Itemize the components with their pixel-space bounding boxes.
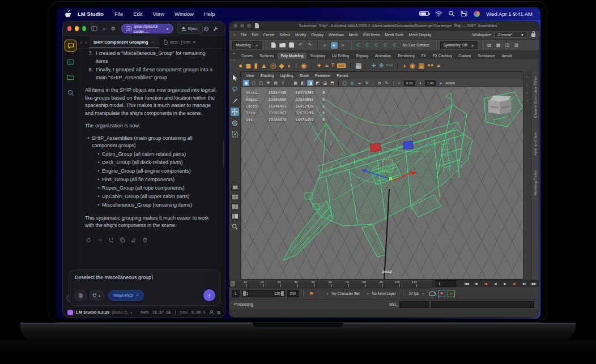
exposure-field[interactable]: 0.00 xyxy=(404,80,415,86)
delete-icon[interactable] xyxy=(142,237,148,243)
2d-pan-icon[interactable]: ✛ xyxy=(280,80,286,86)
app-switcher-icon[interactable] xyxy=(474,11,480,17)
tab-close-icon[interactable]: × xyxy=(193,40,195,45)
maya-menu-edit-mesh[interactable]: Edit Mesh xyxy=(363,33,380,37)
step-back-key-button[interactable]: |◀ xyxy=(481,280,490,287)
anim-layer-selector[interactable]: ▼No Anim Layer xyxy=(364,292,398,296)
camera-attrs-icon[interactable]: ◫ xyxy=(258,80,264,86)
zoom-button[interactable] xyxy=(247,24,251,28)
maya-menu-modify[interactable]: Modify xyxy=(295,33,306,37)
shelf-tab-poly-modeling[interactable]: Poly Modeling xyxy=(278,53,306,59)
menu-view[interactable]: View xyxy=(153,11,164,17)
construction-history-icon[interactable]: ▤ xyxy=(486,42,493,49)
panel-menu-shading[interactable]: Shading xyxy=(260,74,274,78)
bookmark-icon[interactable]: ⚑ xyxy=(265,80,271,86)
textured-mode-icon[interactable]: ◨ xyxy=(307,80,313,86)
new-chat-icon[interactable]: ＋ xyxy=(100,24,108,33)
mcp-chip-maya[interactable]: maya-mcp× xyxy=(108,290,144,301)
anim-start-field[interactable]: 1 xyxy=(232,290,240,297)
character-set-selector[interactable]: ▼No Character Set xyxy=(323,292,361,296)
wrench-icon[interactable] xyxy=(212,24,219,33)
edit-icon[interactable] xyxy=(130,237,137,243)
settings-gear-icon[interactable]: ⚙ xyxy=(110,24,117,33)
redo-icon[interactable]: ↷ xyxy=(306,42,313,49)
spotlight-search-icon[interactable] xyxy=(449,11,454,16)
snap-together-icon[interactable]: ⊕ xyxy=(379,63,384,68)
live-surface-label[interactable]: No Live Surface xyxy=(401,43,432,47)
ud-prims-icon[interactable]: ▦ xyxy=(355,62,361,69)
workspace-selector[interactable]: General*▼ xyxy=(494,32,527,38)
shelf-tab-sculpting[interactable]: Sculpting xyxy=(308,53,328,59)
layout-two-pane-icon[interactable] xyxy=(231,203,239,210)
mel-label[interactable]: MEL xyxy=(389,302,397,306)
sidebar-icon-1[interactable]: ▫ xyxy=(526,75,527,79)
menu-set-selector[interactable]: Modeling▼ xyxy=(232,41,262,49)
render-icon[interactable]: ▦ xyxy=(495,42,502,49)
colorspace-label[interactable]: ACES xyxy=(445,82,454,85)
wifi-icon[interactable] xyxy=(435,11,442,16)
maya-menu-select[interactable]: Select xyxy=(280,33,290,37)
attach-button[interactable] xyxy=(74,290,87,301)
user-icon[interactable] xyxy=(209,310,214,315)
continue-icon[interactable] xyxy=(96,237,103,243)
select-component-icon[interactable]: ▹ xyxy=(340,42,347,49)
poly-disc-icon[interactable]: ◗ xyxy=(287,62,291,69)
step-back-frame-button[interactable]: |◀ xyxy=(471,280,480,287)
control-center-icon[interactable] xyxy=(461,11,467,16)
shelf-tab-fx[interactable]: FX xyxy=(419,53,429,59)
shelf-tab-rigging[interactable]: Rigging xyxy=(353,53,371,59)
network-icon[interactable] xyxy=(203,24,210,33)
sidebar-icon-3[interactable]: ▫ xyxy=(526,91,527,95)
nav-discover-icon[interactable] xyxy=(66,88,75,97)
gamma-field[interactable]: 1.00 xyxy=(425,80,436,86)
lock-camera-icon[interactable]: ▢ xyxy=(250,80,257,86)
poly-sphere-icon[interactable]: ● xyxy=(239,62,242,69)
shelf-tab-substance[interactable]: Substance xyxy=(475,53,497,59)
sidebar-icon-2[interactable]: ▫ xyxy=(526,83,527,87)
shelf-tab-custom[interactable]: Custom xyxy=(455,53,474,59)
ao-icon[interactable]: ⬒ xyxy=(329,80,335,86)
select-object-icon[interactable]: ▸ xyxy=(331,42,338,49)
shelf-tab-surfaces[interactable]: Surfaces xyxy=(257,53,276,59)
nav-models-folder-icon[interactable] xyxy=(66,72,75,82)
range-handle-left[interactable] xyxy=(243,291,246,296)
maya-menu-display[interactable]: Display xyxy=(311,33,323,37)
view-cube-right[interactable]: RIGHT xyxy=(500,100,511,114)
chevron-up-icon[interactable]: ▲ xyxy=(130,311,133,314)
select-hierarchy-icon[interactable]: ▹ xyxy=(322,42,329,49)
isolate-select-icon[interactable]: ◯ xyxy=(342,80,348,86)
maya-menu-mesh-tools[interactable]: Mesh Tools xyxy=(385,33,403,37)
shelf-tab-uv-editing[interactable]: UV Editing xyxy=(329,53,352,59)
set-key-icon[interactable]: ⚑ xyxy=(309,291,313,297)
menu-edit[interactable]: Edit xyxy=(133,11,142,17)
step-forward-frame-button[interactable]: ▶| xyxy=(520,280,529,287)
poly-cone-icon[interactable]: ▲ xyxy=(261,62,267,69)
panel-menu-view[interactable]: View xyxy=(246,74,254,78)
svg-tool-icon[interactable]: SVG xyxy=(337,63,346,68)
branch-icon[interactable] xyxy=(108,237,114,243)
current-frame-field[interactable]: 1 xyxy=(436,280,456,287)
fps-selector[interactable]: 24 fps▼ xyxy=(407,292,427,296)
color-managed-icon[interactable]: ● xyxy=(437,80,444,86)
mel-input-field[interactable] xyxy=(399,301,429,308)
play-forwards-button[interactable]: ▶ xyxy=(500,280,509,287)
tab-ship-component-grouping[interactable]: SHIP Component Grouping ⋯ xyxy=(89,36,159,48)
panel-menu-lighting[interactable]: Lighting xyxy=(280,74,293,78)
layout-single-pane-icon[interactable] xyxy=(231,184,239,191)
menu-clock[interactable]: Wed Apr 1 9:41 AM xyxy=(486,11,533,17)
maya-menu-edit[interactable]: Edit xyxy=(252,33,258,37)
type-tool-icon[interactable]: T xyxy=(331,63,335,68)
play-backwards-button[interactable]: ◀ xyxy=(491,280,500,287)
model-selector[interactable]: M qwen/qwen3-coder… ▼ xyxy=(121,24,173,33)
apple-logo-icon[interactable] xyxy=(65,10,71,18)
panel-menu-show[interactable]: Show xyxy=(300,74,309,78)
panel-menu-renderer[interactable]: Renderer xyxy=(315,74,331,78)
loop-playback-icon[interactable] xyxy=(429,292,436,296)
go-to-end-button[interactable]: ▶▶| xyxy=(529,280,538,287)
sidebar-icon-4[interactable]: ▫ xyxy=(526,99,527,102)
move-tool-icon[interactable] xyxy=(231,108,239,116)
new-scene-icon[interactable] xyxy=(270,42,277,49)
nav-developer-icon[interactable] xyxy=(66,57,75,67)
layout-outliner-persp-icon[interactable] xyxy=(231,213,239,220)
super-shape-icon[interactable]: ✦ xyxy=(316,62,322,69)
